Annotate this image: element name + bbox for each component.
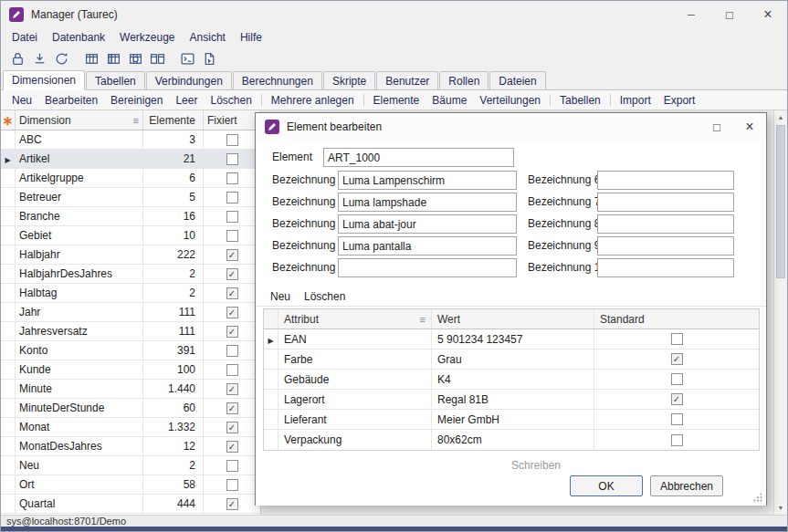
- table-row[interactable]: Quartal444: [1, 495, 260, 514]
- dialog-maximize-icon[interactable]: [700, 113, 733, 141]
- resize-grip-icon[interactable]: [752, 492, 763, 503]
- table-row[interactable]: Betreuer5: [1, 188, 260, 207]
- table-row[interactable]: Jahr111: [1, 303, 260, 322]
- attribute-row[interactable]: EAN5 901234 123457: [264, 329, 759, 349]
- menu-item-ansicht[interactable]: Ansicht: [183, 29, 233, 46]
- table-row[interactable]: Kunde100: [1, 360, 260, 380]
- table-row[interactable]: ABC3: [1, 130, 260, 150]
- fixiert-checkbox[interactable]: [226, 383, 238, 395]
- tab-rollen[interactable]: Rollen: [439, 71, 489, 89]
- table-icon[interactable]: [80, 48, 102, 68]
- table-split-icon[interactable]: [146, 48, 168, 68]
- sort-icon[interactable]: [420, 313, 426, 326]
- dimension-column-header[interactable]: Dimension: [16, 110, 143, 130]
- tab-tabellen[interactable]: Tabellen: [86, 71, 145, 89]
- tab-benutzer[interactable]: Benutzer: [376, 71, 438, 89]
- bezeichnung-6-input[interactable]: [597, 171, 734, 190]
- fixiert-checkbox[interactable]: [226, 134, 238, 146]
- bezeichnung-10-input[interactable]: [597, 258, 734, 277]
- console-icon[interactable]: [176, 48, 198, 68]
- action-bearbeiten[interactable]: Bearbeiten: [38, 92, 104, 109]
- action-mehrere-anlegen[interactable]: Mehrere anlegen: [265, 92, 361, 109]
- fixiert-checkbox[interactable]: [226, 192, 238, 203]
- bezeichnung-1-input[interactable]: [338, 171, 517, 190]
- bezeichnung-8-input[interactable]: [597, 214, 734, 234]
- action-neu[interactable]: Neu: [5, 92, 38, 109]
- fixiert-checkbox[interactable]: [226, 441, 238, 453]
- fixiert-checkbox[interactable]: [226, 172, 238, 184]
- table-row[interactable]: Monat1.332: [1, 418, 260, 437]
- standard-checkbox[interactable]: [671, 413, 683, 425]
- table-row[interactable]: Artikel21: [1, 150, 260, 169]
- table-row[interactable]: HalbjahrDesJahres2: [1, 265, 260, 284]
- element-input[interactable]: [323, 148, 514, 167]
- elemente-column-header[interactable]: Elemente: [143, 110, 204, 130]
- fixiert-checkbox[interactable]: [226, 498, 238, 510]
- standard-checkbox[interactable]: [671, 434, 683, 446]
- sort-icon[interactable]: [133, 114, 139, 127]
- table-row[interactable]: Ort58: [1, 475, 260, 495]
- table-row[interactable]: Branche16: [1, 207, 260, 226]
- action-import[interactable]: Import: [614, 92, 657, 109]
- refresh-icon[interactable]: [50, 48, 72, 68]
- bezeichnung-9-input[interactable]: [597, 236, 734, 256]
- action-verteilungen[interactable]: Verteilungen: [473, 92, 547, 109]
- attribute-row[interactable]: GebäudeK4: [264, 370, 759, 390]
- fixiert-checkbox[interactable]: [226, 268, 238, 280]
- fixiert-column-header[interactable]: Fixiert: [204, 110, 260, 130]
- bezeichnung-4-input[interactable]: [338, 236, 517, 256]
- bezeichnung-3-input[interactable]: [338, 214, 517, 234]
- table-row[interactable]: MonatDesJahres12: [1, 437, 260, 456]
- scroll-up-icon[interactable]: [774, 110, 787, 124]
- bezeichnung-2-input[interactable]: [338, 193, 517, 212]
- standard-checkbox[interactable]: [671, 353, 683, 365]
- fixiert-checkbox[interactable]: [226, 230, 238, 242]
- fixiert-checkbox[interactable]: [226, 422, 238, 433]
- fixiert-checkbox[interactable]: [226, 460, 238, 472]
- table-row[interactable]: Gebiet10: [1, 226, 260, 245]
- attribute-row[interactable]: LagerortRegal 81B: [264, 390, 759, 410]
- wert-column-header[interactable]: Wert: [432, 309, 594, 329]
- action-loeschen[interactable]: Löschen: [204, 92, 257, 109]
- table-row[interactable]: Minute1.440: [1, 380, 260, 399]
- attribute-loeschen-button[interactable]: Löschen: [299, 288, 351, 305]
- tab-verbindungen[interactable]: Verbindungen: [146, 71, 232, 89]
- tab-dimensionen[interactable]: Dimensionen: [3, 70, 85, 90]
- attribute-row[interactable]: LieferantMeier GmbH: [264, 410, 759, 430]
- scrollbar-thumb[interactable]: [776, 125, 785, 278]
- vertical-scrollbar[interactable]: [773, 110, 787, 515]
- maximize-icon[interactable]: [710, 1, 749, 28]
- menu-item-werkzeuge[interactable]: Werkzeuge: [112, 29, 182, 46]
- import-icon[interactable]: [28, 48, 50, 68]
- lock-icon[interactable]: [6, 48, 28, 68]
- action-elemente[interactable]: Elemente: [367, 92, 426, 109]
- table-row[interactable]: Jahresversatz111: [1, 322, 260, 341]
- table-row[interactable]: Artikelgruppe6: [1, 169, 260, 188]
- fixiert-checkbox[interactable]: [226, 287, 238, 299]
- tab-dateien[interactable]: Dateien: [489, 71, 545, 89]
- menu-item-datenbank[interactable]: Datenbank: [45, 29, 112, 46]
- minimize-icon[interactable]: [672, 1, 710, 28]
- fixiert-checkbox[interactable]: [226, 153, 238, 165]
- table-row[interactable]: Halbtag2: [1, 284, 260, 303]
- bezeichnung-7-input[interactable]: [597, 193, 734, 212]
- fixiert-checkbox[interactable]: [226, 249, 238, 261]
- table-target-icon[interactable]: [124, 48, 146, 68]
- action-tabellen[interactable]: Tabellen: [553, 92, 607, 109]
- standard-column-header[interactable]: Standard: [594, 309, 759, 329]
- action-leer[interactable]: Leer: [169, 92, 204, 109]
- table-row[interactable]: MinuteDerStunde60: [1, 399, 260, 418]
- table-row[interactable]: Konto391: [1, 341, 260, 360]
- scroll-down-icon[interactable]: [774, 501, 787, 515]
- standard-checkbox[interactable]: [671, 333, 683, 345]
- fixiert-checkbox[interactable]: [226, 479, 238, 491]
- close-icon[interactable]: [749, 1, 787, 28]
- cancel-button[interactable]: Abbrechen: [650, 475, 723, 496]
- fixiert-checkbox[interactable]: [226, 364, 238, 376]
- bezeichnung-5-input[interactable]: [338, 258, 517, 277]
- fixiert-checkbox[interactable]: [226, 326, 238, 338]
- action-baeume[interactable]: Bäume: [426, 92, 473, 109]
- table-row[interactable]: Halbjahr222: [1, 245, 260, 265]
- fixiert-checkbox[interactable]: [226, 211, 238, 223]
- run-script-icon[interactable]: [198, 48, 220, 68]
